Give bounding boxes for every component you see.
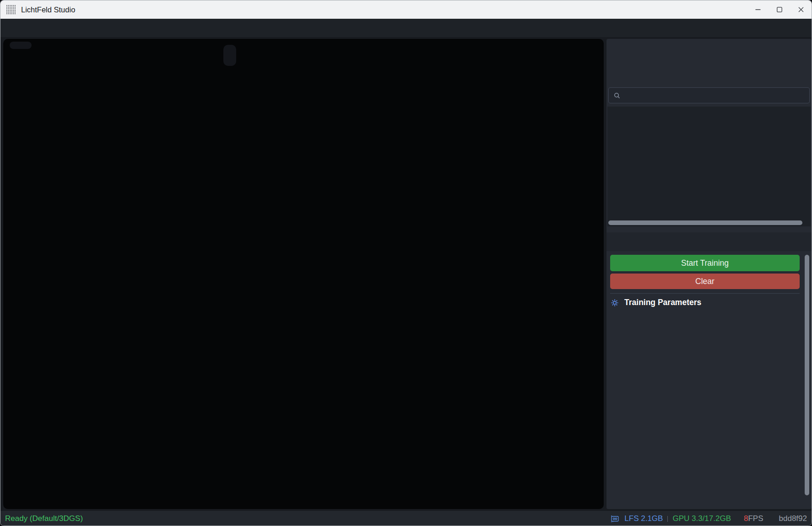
- app-logo-icon: [5, 4, 16, 15]
- right-panel: Start Training Clear Training Parameters: [606, 39, 812, 509]
- status-separator: [667, 516, 668, 522]
- window-controls: [747, 0, 812, 19]
- left-toolbar: [10, 42, 32, 49]
- fps-label: FPS: [748, 514, 763, 523]
- status-lfs-memory: LFS 2.1GB: [624, 514, 663, 523]
- axis-gizmo[interactable]: [546, 40, 603, 97]
- inspector-tabs: [606, 232, 812, 251]
- close-button[interactable]: [790, 0, 812, 19]
- scene-tree-hscrollbar-thumb[interactable]: [608, 220, 802, 225]
- scene-tree: [607, 107, 811, 219]
- menubar: [0, 19, 812, 37]
- minimize-button[interactable]: [747, 0, 769, 19]
- scene-search-input[interactable]: [624, 91, 805, 100]
- status-metrics: LFS 2.1GB GPU 3.3/17.2GB 8FPS bdd8f92: [610, 514, 807, 523]
- status-gpu-memory: GPU 3.3/17.2GB: [672, 514, 731, 523]
- search-icon: [613, 92, 621, 99]
- status-bar: Ready (Default/3DGS) LFS 2.1GB GPU 3.3/1…: [0, 511, 812, 526]
- viewport-3d[interactable]: [3, 39, 604, 509]
- viewport-canvas[interactable]: [3, 39, 604, 509]
- scene-search: [608, 87, 810, 103]
- app-window: LichtFeld Studio: [0, 0, 812, 526]
- training-panel-vscrollbar: [804, 255, 810, 505]
- transform-toolbar: [223, 45, 236, 66]
- status-fps: 8FPS: [744, 514, 763, 523]
- clear-button[interactable]: Clear: [610, 274, 800, 289]
- status-ready: Ready (Default/3DGS): [5, 514, 83, 523]
- maximize-button[interactable]: [769, 0, 790, 19]
- scene-tree-hscrollbar: [607, 219, 811, 226]
- titlebar: LichtFeld Studio: [0, 0, 812, 19]
- gear-icon: [610, 298, 619, 307]
- status-build-hash: bdd8f92: [779, 514, 807, 523]
- gpu-chip-icon: [610, 515, 620, 523]
- training-parameters-header: Training Parameters: [610, 298, 701, 307]
- training-panel-vscrollbar-thumb[interactable]: [805, 255, 809, 495]
- training-panel: Start Training Clear Training Parameters: [606, 251, 812, 509]
- divider: [610, 293, 800, 294]
- training-parameters-title: Training Parameters: [624, 298, 701, 307]
- window-title: LichtFeld Studio: [21, 5, 75, 14]
- main-area: Start Training Clear Training Parameters: [0, 37, 812, 511]
- start-training-button[interactable]: Start Training: [610, 255, 800, 271]
